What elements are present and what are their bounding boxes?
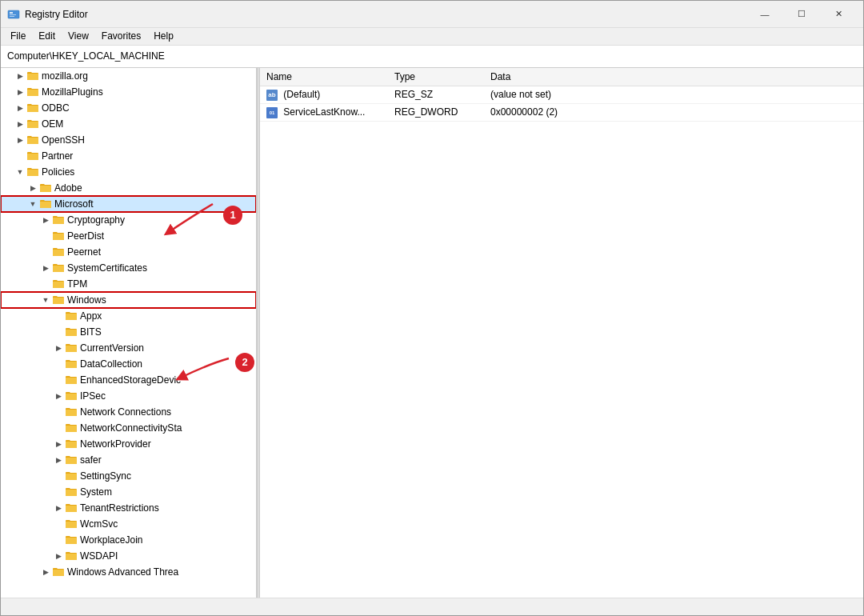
tree-item-bits[interactable]: ▶ BITS [1, 324, 256, 340]
tree-label: SettingSync [80, 470, 131, 482]
tree-item-microsoft[interactable]: ▼ Microsoft [1, 196, 256, 212]
tree-item-currentversion[interactable]: ▶ CurrentVersion [1, 340, 256, 356]
folder-icon [65, 502, 78, 514]
detail-pane: Name Type Data ab (Default) REG_SZ (valu… [260, 68, 863, 598]
col-header-data: Data [484, 68, 863, 86]
tree-pane[interactable]: ▶ mozilla.org ▶ MozillaPlugins ▶ ODBC [1, 68, 257, 598]
tree-label: mozilla.org [42, 70, 88, 82]
folder-icon [65, 550, 78, 562]
tree-item-systemcertificates[interactable]: ▶ SystemCertificates [1, 260, 256, 276]
tree-item-safer[interactable]: ▶ safer [1, 452, 256, 468]
tree-item-windows[interactable]: ▼ Windows [1, 292, 256, 308]
folder-icon [65, 438, 78, 450]
table-row[interactable]: ab (Default) REG_SZ (value not set) [260, 86, 863, 103]
tree-item-mozilla-plugins[interactable]: ▶ MozillaPlugins [1, 84, 256, 100]
tree-item-tenantrestrictions[interactable]: ▶ TenantRestrictions [1, 500, 256, 516]
tree-item-windowsadvanced[interactable]: ▶ Windows Advanced Threa [1, 564, 256, 580]
tree-label: MozillaPlugins [42, 86, 103, 98]
folder-icon [52, 230, 65, 242]
tree-item-networkprovider[interactable]: ▶ NetworkProvider [1, 436, 256, 452]
tree-label: EnhancedStorageDevic [80, 374, 181, 386]
tree-label: TPM [67, 278, 87, 290]
tree-item-networkconnectivitysta[interactable]: ▶ NetworkConnectivitySta [1, 420, 256, 436]
tree-item-system[interactable]: ▶ System [1, 484, 256, 500]
minimize-button[interactable]: — [746, 1, 783, 28]
tree-label: DataCollection [80, 358, 142, 370]
tree-item-workplacejoin[interactable]: ▶ WorkplaceJoin [1, 532, 256, 548]
tree-label: OpenSSH [42, 134, 85, 146]
app-window: Registry Editor — ☐ ✕ File Edit View Fav… [0, 0, 864, 616]
registry-editor-icon [7, 8, 20, 21]
tree-label: Windows Advanced Threa [67, 566, 178, 578]
folder-icon [26, 118, 39, 130]
tree-label: WSDAPI [80, 550, 118, 562]
tree-label: System [80, 486, 112, 498]
folder-open-icon [52, 294, 65, 306]
row-type: REG_DWORD [388, 103, 484, 121]
menu-favorites[interactable]: Favorites [95, 29, 147, 43]
tree-label: Cryptography [67, 214, 125, 226]
row-name-value: (Default) [283, 89, 320, 100]
folder-icon [65, 326, 78, 338]
tree-item-mozilla-org[interactable]: ▶ mozilla.org [1, 68, 256, 84]
folder-icon [26, 70, 39, 82]
tree-item-odbc[interactable]: ▶ ODBC [1, 100, 256, 116]
tree-label: PeerDist [67, 230, 104, 242]
dword-icon: 01 [266, 107, 278, 118]
menu-view[interactable]: View [62, 29, 95, 43]
tree-item-oem[interactable]: ▶ OEM [1, 116, 256, 132]
folder-icon [52, 566, 65, 578]
ab-icon: ab [266, 90, 278, 101]
detail-table: Name Type Data ab (Default) REG_SZ (valu… [260, 68, 863, 122]
tree-item-ipsec[interactable]: ▶ IPSec [1, 388, 256, 404]
folder-icon [65, 422, 78, 434]
maximize-button[interactable]: ☐ [783, 1, 820, 28]
tree-item-wcmsvc[interactable]: ▶ WcmSvc [1, 516, 256, 532]
tree-label: Peernet [67, 246, 101, 258]
tree-label: CurrentVersion [80, 342, 144, 354]
tree-item-adobe[interactable]: ▶ Adobe [1, 180, 256, 196]
tree-label: IPSec [80, 390, 106, 402]
tree-item-cryptography[interactable]: ▶ Cryptography [1, 212, 256, 228]
tree-label: TenantRestrictions [80, 502, 159, 514]
close-button[interactable]: ✕ [820, 1, 857, 28]
tree-label: ODBC [42, 102, 70, 114]
menu-bar: File Edit View Favorites Help [1, 28, 863, 46]
tree-item-peerdist[interactable]: ▶ PeerDist [1, 228, 256, 244]
folder-icon [65, 342, 78, 354]
tree-item-networkconnections[interactable]: ▶ Network Connections [1, 404, 256, 420]
col-header-type: Type [388, 68, 484, 86]
folder-icon [65, 358, 78, 370]
folder-icon [65, 454, 78, 466]
tree-item-appx[interactable]: ▶ Appx [1, 308, 256, 324]
tree-label: Partner [42, 150, 73, 162]
row-data: 0x00000002 (2) [484, 103, 863, 121]
menu-file[interactable]: File [4, 29, 32, 43]
tree-item-settingsync[interactable]: ▶ SettingSync [1, 468, 256, 484]
tree-item-tpm[interactable]: ▶ TPM [1, 276, 256, 292]
svg-rect-3 [10, 16, 14, 17]
address-path: Computer\HKEY_LOCAL_MACHINE [7, 50, 165, 62]
tree-item-peernet[interactable]: ▶ Peernet [1, 244, 256, 260]
folder-icon [26, 134, 39, 146]
menu-edit[interactable]: Edit [32, 29, 62, 43]
tree-label: Windows [67, 294, 106, 306]
row-name: 01 ServiceLastKnow... [260, 103, 388, 121]
tree-item-datacollection[interactable]: ▶ DataCollection [1, 356, 256, 372]
main-content: ▶ mozilla.org ▶ MozillaPlugins ▶ ODBC [1, 68, 863, 598]
tree-item-partner[interactable]: ▶ Partner [1, 148, 256, 164]
svg-rect-1 [10, 12, 13, 14]
col-header-name: Name [260, 68, 388, 86]
table-row[interactable]: 01 ServiceLastKnow... REG_DWORD 0x000000… [260, 103, 863, 121]
folder-icon [39, 182, 52, 194]
title-bar-text: Registry Editor [25, 9, 746, 20]
menu-help[interactable]: Help [147, 29, 180, 43]
tree-item-enhancedstorage[interactable]: ▶ EnhancedStorageDevic [1, 372, 256, 388]
tree-item-wsdapi[interactable]: ▶ WSDAPI [1, 548, 256, 564]
tree-item-openssh[interactable]: ▶ OpenSSH [1, 132, 256, 148]
tree-item-policies[interactable]: ▼ Policies [1, 164, 256, 180]
tree-label: Appx [80, 310, 102, 322]
tree-label: Adobe [54, 182, 82, 194]
folder-icon [65, 470, 78, 482]
tree-label: WcmSvc [80, 518, 118, 530]
